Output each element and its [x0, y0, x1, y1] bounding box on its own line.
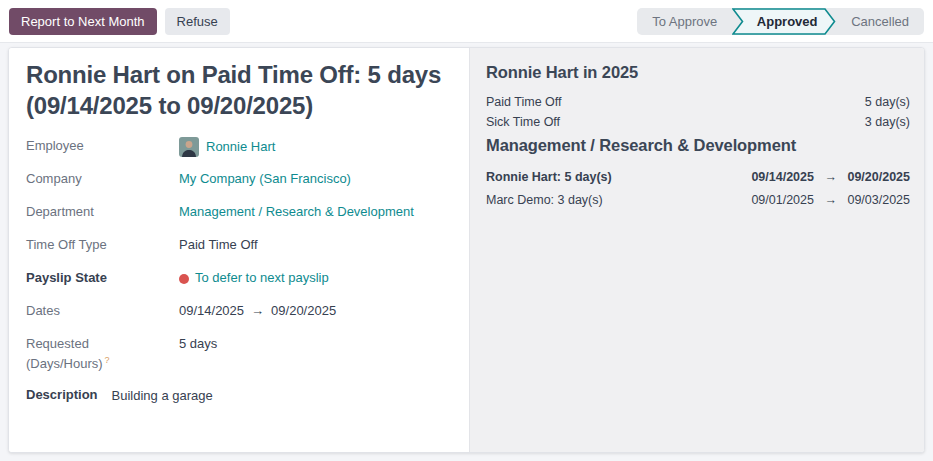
dates-value[interactable]: 09/14/2025 → 09/20/2025: [179, 302, 336, 321]
help-tooltip-icon: ?: [105, 355, 110, 365]
department-link[interactable]: Management / Research & Development: [179, 203, 414, 222]
description-label: Description: [26, 387, 98, 402]
arrow-right-icon: →: [251, 302, 264, 321]
page-title: Ronnie Hart on Paid Time Off: 5 days (09…: [26, 59, 449, 121]
entry-date-from: 09/01/2025: [751, 193, 814, 207]
field-row-dates: Dates 09/14/2025 → 09/20/2025: [26, 302, 449, 322]
allocation-row: Paid Time Off 5 day(s): [486, 93, 910, 111]
payslip-state-value[interactable]: To defer to next payslip: [179, 269, 329, 288]
employee-avatar[interactable]: [179, 137, 199, 157]
field-row-employee: Employee Ronnie Hart: [26, 137, 449, 157]
status-approved-label: Approved: [757, 14, 818, 29]
field-row-payslip-state: Payslip State To defer to next payslip: [26, 269, 449, 289]
entry-dates: 09/14/2025 → 09/20/2025: [751, 168, 910, 186]
dates-label: Dates: [26, 302, 179, 321]
status-step-to-approve[interactable]: To Approve: [637, 8, 732, 35]
department-entry-row: Ronnie Hart: 5 day(s) 09/14/2025 → 09/20…: [486, 168, 910, 186]
avatar-photo-icon: [179, 137, 199, 157]
entry-label: Marc Demo: 3 day(s): [486, 191, 603, 209]
arrow-right-icon: →: [824, 170, 837, 184]
field-row-time-off-type: Time Off Type Paid Time Off: [26, 236, 449, 256]
allocation-value: 5 day(s): [865, 93, 910, 111]
form-panel: Ronnie Hart on Paid Time Off: 5 days (09…: [9, 48, 469, 452]
field-row-description: Description Building a garage: [26, 387, 449, 407]
status-step-approved[interactable]: Approved: [732, 8, 836, 35]
requested-label-text: Requested (Days/Hours): [26, 336, 103, 371]
employee-link[interactable]: Ronnie Hart: [206, 138, 275, 157]
entry-date-to: 09/20/2025: [847, 170, 910, 184]
refuse-button[interactable]: Refuse: [165, 8, 230, 35]
department-title: Management / Research & Development: [486, 136, 910, 155]
company-link[interactable]: My Company (San Francisco): [179, 170, 351, 189]
description-value[interactable]: Building a garage: [112, 387, 213, 406]
allocation-label: Sick Time Off: [486, 113, 560, 131]
allocation-row: Sick Time Off 3 day(s): [486, 113, 910, 131]
summary-title: Ronnie Hart in 2025: [486, 63, 910, 82]
department-label: Department: [26, 203, 179, 222]
report-to-next-month-button[interactable]: Report to Next Month: [9, 8, 157, 35]
action-buttons: Report to Next Month Refuse: [9, 8, 230, 35]
statusbar: To Approve Approved Cancelled: [637, 8, 924, 35]
entry-dates: 09/01/2025 → 09/03/2025: [751, 191, 910, 209]
time-off-type-value[interactable]: Paid Time Off: [179, 236, 258, 255]
status-dot-icon: [179, 274, 189, 284]
date-from[interactable]: 09/14/2025: [179, 302, 244, 321]
time-off-type-label: Time Off Type: [26, 236, 179, 255]
department-entry-row: Marc Demo: 3 day(s) 09/01/2025 → 09/03/2…: [486, 191, 910, 209]
field-row-company: Company My Company (San Francisco): [26, 170, 449, 190]
status-step-cancelled[interactable]: Cancelled: [836, 8, 924, 35]
summary-panel: Ronnie Hart in 2025 Paid Time Off 5 day(…: [469, 48, 924, 452]
employee-label: Employee: [26, 137, 179, 156]
allocation-label: Paid Time Off: [486, 93, 562, 111]
company-label: Company: [26, 170, 179, 189]
top-control-bar: Report to Next Month Refuse To Approve A…: [0, 0, 933, 43]
entry-label: Ronnie Hart: 5 day(s): [486, 168, 612, 186]
field-row-requested: Requested (Days/Hours)? 5 days: [26, 335, 449, 374]
date-to[interactable]: 09/20/2025: [271, 302, 336, 321]
field-row-department: Department Management / Research & Devel…: [26, 203, 449, 223]
payslip-state-text: To defer to next payslip: [195, 269, 329, 288]
record-card: Ronnie Hart on Paid Time Off: 5 days (09…: [8, 47, 925, 453]
payslip-state-label: Payslip State: [26, 269, 179, 288]
entry-date-to: 09/03/2025: [847, 193, 910, 207]
allocation-value: 3 day(s): [865, 113, 910, 131]
requested-label: Requested (Days/Hours)?: [26, 335, 136, 374]
requested-value[interactable]: 5 days: [179, 335, 217, 354]
entry-date-from: 09/14/2025: [751, 170, 814, 184]
arrow-right-icon: →: [824, 193, 837, 207]
